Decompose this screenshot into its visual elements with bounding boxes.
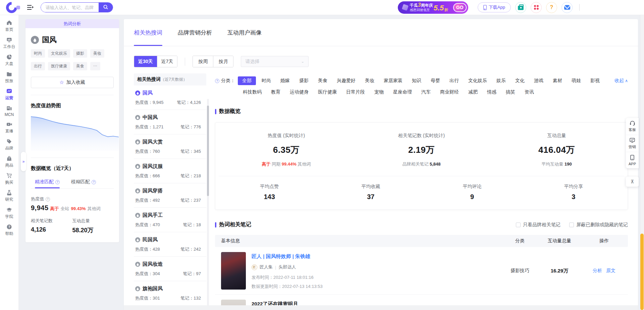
category-chip[interactable]: 日常片段 [342, 88, 369, 97]
category-chip[interactable]: 商业财经 [436, 88, 463, 97]
category-chip[interactable]: 运动健身 [285, 88, 313, 97]
apps-grid-button[interactable] [531, 2, 542, 13]
sidebar-item-placement[interactable]: 投放 [1, 71, 18, 84]
help-icon[interactable] [46, 197, 50, 201]
hot-word-item[interactable]: 中国风 热度值：1,271 笔记：776 [134, 110, 206, 134]
note-thumbnail[interactable] [221, 252, 246, 290]
sidebar-item-live[interactable]: 直播 [1, 121, 18, 134]
category-chip[interactable]: 教育 [267, 88, 285, 97]
sidebar-item-research[interactable]: 研究 [1, 190, 18, 202]
tab-precise-match[interactable]: 精准匹配 [35, 179, 60, 188]
sidebar-item-home[interactable]: 首页 [1, 20, 18, 33]
marketing-button[interactable]: 营销 [626, 135, 639, 152]
category-chip[interactable]: 游戏 [530, 76, 548, 85]
category-chip[interactable]: 出行 [445, 76, 463, 85]
hot-word-item[interactable]: 国风 热度值：9,945 笔记：4,126 [134, 85, 206, 110]
main-tab[interactable]: 品牌营销分析 [178, 19, 212, 46]
banner-go-button[interactable]: GO [453, 3, 467, 12]
category-chip[interactable]: 情感 [483, 88, 501, 97]
category-chip[interactable]: 资讯 [520, 88, 538, 97]
hot-word-item[interactable]: 国风手工 热度值：470 笔记：18 [134, 208, 206, 232]
category-chip[interactable]: 文化 [511, 76, 529, 85]
messages-button[interactable] [561, 2, 573, 13]
category-chip[interactable]: 萌娃 [567, 76, 585, 85]
author-name[interactable]: 匠人集 [260, 264, 273, 270]
hot-word-item[interactable]: 国风汉服 热度值：666 笔记：218 [134, 159, 206, 183]
category-chip[interactable]: 宠物 [370, 88, 388, 97]
hot-word-item[interactable]: 民国风 热度值：428 笔记：242 [134, 232, 206, 257]
category-chip[interactable]: 母婴 [426, 76, 444, 85]
sidebar-item-mcn[interactable]: MCN [1, 105, 18, 117]
category-chip[interactable]: 时尚 [257, 76, 275, 85]
help-button[interactable] [546, 2, 557, 13]
main-tab[interactable]: 相关热搜词 [134, 19, 162, 46]
anniversary-promo-banner[interactable]: 千瓜3周年庆 感恩回馈低至 5.5 折 GO [398, 1, 468, 14]
horizontal-scrollbar-track[interactable] [124, 305, 638, 310]
keyword-tag[interactable]: 出行 [31, 62, 45, 70]
search-button[interactable] [99, 3, 113, 12]
sidebar-item-goods[interactable]: 商品 [1, 156, 18, 168]
keyword-tag[interactable]: 医疗健康 [48, 62, 70, 70]
category-chip-all[interactable]: 全部 [238, 76, 256, 85]
hot-word-item[interactable]: 国风穿搭 热度值：492 笔记：237 [134, 183, 206, 208]
qiangua-logo[interactable] [4, 0, 19, 15]
category-chip[interactable]: 科技数码 [238, 88, 266, 97]
help-icon[interactable] [92, 180, 96, 184]
category-chip[interactable]: 家居家装 [379, 76, 407, 85]
hot-word-item[interactable]: 国风大赏 热度值：760 笔记：345 [134, 134, 206, 159]
collapse-categories-link[interactable]: 收起 [614, 78, 628, 84]
main-tab[interactable]: 互动用户画像 [227, 19, 262, 46]
category-chip[interactable]: 影视 [586, 76, 604, 85]
range-button[interactable]: 近30天 [134, 56, 157, 67]
sidebar-item-help[interactable]: ? 帮助 [1, 224, 18, 237]
tab-fuzzy-match[interactable]: 模糊匹配 [71, 179, 96, 188]
category-chip[interactable]: 美食 [314, 76, 332, 85]
keyword-tag[interactable]: ··· [90, 62, 100, 70]
app-download-button[interactable]: APP [626, 152, 639, 168]
category-chip[interactable]: 汽车 [417, 88, 435, 97]
period-button[interactable]: 按周 [193, 56, 213, 67]
note-title-link[interactable]: 匠人 | 国风特效师 | 朱铁雄 [252, 253, 323, 260]
scrollbar-thumb[interactable] [640, 234, 644, 310]
range-button[interactable]: 近7天 [157, 56, 177, 67]
back-to-top-button[interactable] [626, 177, 639, 187]
page-scrollbar[interactable] [640, 15, 644, 310]
add-favorite-button[interactable]: 加入收藏 [31, 77, 114, 88]
hot-word-item[interactable]: 旗袍国风 热度值：301 笔记：132 [134, 281, 206, 306]
hide-deleted-checkbox[interactable]: 屏蔽已删除或隐藏的笔记 [569, 222, 628, 228]
help-icon[interactable] [215, 79, 219, 83]
category-chip[interactable]: 娱乐 [492, 76, 510, 85]
category-chip[interactable]: 知识 [408, 76, 426, 85]
category-chip[interactable]: 兴趣爱好 [332, 76, 360, 85]
help-icon[interactable] [55, 180, 60, 184]
brand-notes-checkbox[interactable]: 只看品牌相关笔记 [516, 222, 560, 228]
category-chip[interactable]: 摄影 [295, 76, 313, 85]
source-link[interactable]: 原文 [606, 268, 615, 274]
category-chip[interactable]: 文化娱乐 [464, 76, 491, 85]
category-chip[interactable]: 医疗健康 [314, 88, 341, 97]
category-chip[interactable]: 美妆 [361, 76, 379, 85]
sidebar-item-workbench[interactable]: 工作台 [1, 37, 18, 50]
category-chip[interactable]: 素材 [548, 76, 567, 85]
period-button[interactable]: 按月 [213, 56, 233, 67]
panel-collapse-handle[interactable] [21, 152, 26, 171]
sidebar-item-brand[interactable]: 品牌 [1, 138, 18, 151]
keyword-tag[interactable]: 美食 [73, 62, 87, 70]
category-chip[interactable]: 星座命理 [389, 88, 416, 97]
category-chip[interactable]: 减肥 [464, 88, 482, 97]
search-input[interactable] [41, 3, 99, 12]
sidebar-item-academy[interactable]: 学院 [1, 207, 18, 220]
category-chip[interactable]: 婚嫁 [276, 76, 294, 85]
sidebar-item-market[interactable]: 大盘 [1, 54, 18, 67]
category-chip[interactable]: 搞笑 [501, 88, 520, 97]
download-app-button[interactable]: 下载App [478, 2, 511, 12]
menu-toggle-icon[interactable] [26, 4, 34, 10]
sidebar-item-operation[interactable]: 运营 [1, 88, 18, 101]
toolbox-button[interactable] [515, 2, 526, 13]
customer-service-button[interactable]: 客服 [626, 118, 639, 135]
hot-word-item[interactable]: 国风妆造 热度值：304 笔记：97 [134, 257, 206, 281]
sidebar-item-purchase[interactable]: 购买 [1, 173, 18, 185]
date-select[interactable]: 请选择 [241, 56, 309, 67]
analyze-link[interactable]: 分析 [593, 268, 602, 274]
list-scrollbar[interactable] [207, 99, 209, 310]
